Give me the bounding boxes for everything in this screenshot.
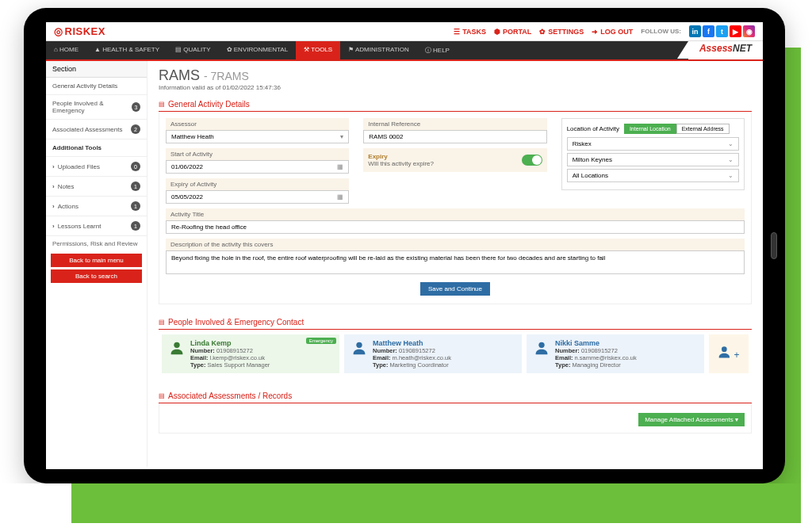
nav-quality[interactable]: ▤ QUALITY (167, 41, 218, 59)
settings-link[interactable]: SETTINGS (539, 28, 584, 36)
follow-label: FOLLOW US: (641, 28, 681, 35)
nav-help[interactable]: ⓘ HELP (417, 41, 458, 59)
expiry-date-input[interactable]: 05/05/2022▦ (166, 190, 349, 204)
activity-title-label: Activity Title (166, 208, 745, 220)
assessor-label: Assessor (166, 118, 349, 130)
add-person-button[interactable] (709, 334, 749, 373)
sidebar: Section General Activity Details People … (46, 61, 147, 467)
svg-point-0 (174, 342, 179, 348)
portal-link[interactable]: PORTAL (494, 28, 531, 36)
social-links: in f t ▶ ◉ (689, 25, 755, 37)
instagram-icon[interactable]: ◉ (743, 25, 755, 37)
ref-label: Internal Reference (363, 118, 546, 130)
top-bar: RISKEX TASKS PORTAL SETTINGS LOG OUT FOL… (46, 22, 763, 41)
calendar-icon[interactable]: ▦ (337, 163, 343, 170)
sidebar-item-general[interactable]: General Activity Details (46, 78, 147, 95)
panel-assoc: Associated Assessments / Records Manage … (159, 389, 752, 434)
emergency-badge: Emergency (306, 338, 336, 344)
ref-input[interactable]: RAMS 0002 (363, 130, 546, 143)
loc-drop-2[interactable]: Milton Keynes (567, 153, 739, 166)
person-card[interactable]: Emergency Linda Kemp Number: 01908915272… (162, 334, 339, 373)
back-search-button[interactable]: Back to search (51, 269, 142, 283)
panel-general: General Activity Details Assessor Matthe… (159, 97, 752, 304)
description-textarea[interactable] (166, 250, 745, 274)
sidebar-item-assoc[interactable]: Associated Assessments2 (46, 120, 147, 139)
panel-assoc-head[interactable]: Associated Assessments / Records (159, 389, 752, 403)
logout-link[interactable]: LOG OUT (592, 28, 633, 36)
main-content: RAMS - 7RAMS Information valid as of 01/… (147, 61, 763, 467)
sidebar-item-tools[interactable]: Additional Tools (46, 139, 147, 157)
tasks-link[interactable]: TASKS (454, 28, 486, 36)
sidebar-item-people[interactable]: People Involved & Emergency3 (46, 95, 147, 120)
expiry-date-label: Expiry of Activity (166, 178, 349, 190)
youtube-icon[interactable]: ▶ (730, 25, 741, 37)
twitter-icon[interactable]: t (716, 25, 728, 37)
add-person-icon (718, 344, 739, 364)
main-nav: ⌂ HOME ▲ HEALTH & SAFETY ▤ QUALITY ✿ ENV… (46, 41, 763, 61)
sidebar-item-uploaded[interactable]: Uploaded Files0 (46, 157, 147, 177)
start-label: Start of Activity (166, 148, 349, 160)
nav-tools[interactable]: ⚒ TOOLS (296, 41, 340, 59)
linkedin-icon[interactable]: in (689, 25, 701, 37)
person-card[interactable]: Nikki Samme Number: 01908915272 Email: n… (527, 334, 704, 373)
panel-general-head[interactable]: General Activity Details (159, 97, 752, 112)
sidebar-title: Section (46, 61, 147, 78)
person-card[interactable]: Matthew Heath Number: 01908915272 Email:… (344, 334, 522, 373)
panel-people-head[interactable]: People Involved & Emergency Contact (159, 315, 752, 330)
manage-assessments-button[interactable]: Manage Attached Assessments (638, 413, 745, 426)
nav-environmental[interactable]: ✿ ENVIRONMENTAL (219, 41, 297, 59)
assessor-select[interactable]: Matthew Heath▾ (166, 130, 349, 143)
avatar-icon (168, 339, 186, 357)
sidebar-permissions[interactable]: Permissions, Risk and Review (46, 236, 147, 251)
sidebar-item-lessons[interactable]: Lessons Learnt1 (46, 216, 147, 236)
logo: RISKEX (54, 25, 105, 37)
calendar-icon[interactable]: ▦ (337, 193, 343, 201)
nav-administration[interactable]: ⚑ ADMINISTRATION (340, 41, 417, 59)
expiry-toggle[interactable] (522, 155, 542, 166)
avatar-icon (533, 339, 550, 357)
svg-point-1 (356, 342, 362, 348)
sidebar-item-notes[interactable]: Notes1 (46, 177, 147, 197)
nav-home[interactable]: ⌂ HOME (46, 41, 86, 59)
description-label: Description of the activity this covers (166, 239, 745, 250)
sidebar-item-actions[interactable]: Actions1 (46, 197, 147, 216)
svg-point-3 (722, 346, 727, 352)
activity-title-input[interactable]: Re-Roofing the head office (166, 220, 745, 234)
info-timestamp: Information valid as of 01/02/2022 15:47… (159, 84, 752, 91)
secondary-brand: AssessNET (688, 41, 763, 59)
start-date-input[interactable]: 01/06/2022▦ (166, 160, 349, 174)
save-continue-button[interactable]: Save and Continue (420, 282, 490, 296)
seg-internal[interactable]: Internal Location (624, 124, 676, 134)
facebook-icon[interactable]: f (703, 25, 714, 37)
svg-point-2 (538, 342, 544, 348)
loc-drop-3[interactable]: All Locations (567, 169, 739, 182)
page-title: RAMS - 7RAMS (159, 67, 752, 84)
location-label: Location of Activity (567, 125, 619, 132)
location-box: Location of Activity Internal Location E… (561, 118, 745, 190)
nav-health-safety[interactable]: ▲ HEALTH & SAFETY (86, 41, 167, 59)
expiry-toggle-row: Expiry Will this activity expire? (363, 148, 546, 172)
panel-people: People Involved & Emergency Contact Emer… (159, 315, 752, 378)
seg-external[interactable]: External Address (676, 124, 730, 134)
avatar-icon (350, 339, 368, 357)
back-main-button[interactable]: Back to main menu (51, 254, 142, 267)
loc-drop-1[interactable]: Riskex (567, 137, 739, 151)
